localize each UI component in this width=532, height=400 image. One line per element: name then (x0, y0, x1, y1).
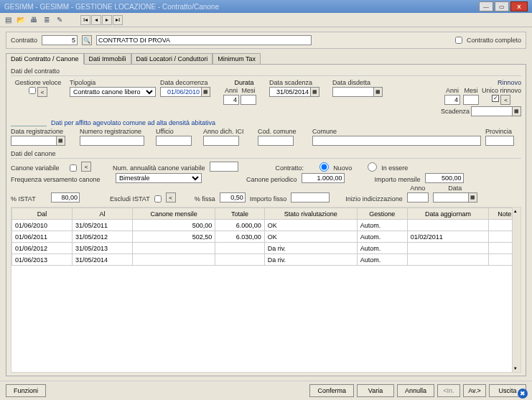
canone-variabile-checkbox[interactable] (70, 164, 77, 172)
table-cell: Autom. (357, 231, 407, 243)
num-annualita-input[interactable] (210, 162, 238, 172)
minimize-button[interactable]: — (479, 1, 493, 11)
fissa-input[interactable] (220, 192, 246, 203)
nav-last[interactable]: ▸I (113, 15, 123, 25)
inessere-label: In essere (381, 164, 408, 172)
cod-comune-label: Cod. comune (258, 128, 308, 135)
rinnovo-scadenza-input[interactable] (471, 106, 513, 116)
funzioni-button[interactable]: Funzioni (6, 384, 46, 397)
istat-input[interactable] (51, 192, 80, 203)
table-header[interactable]: Totale (215, 208, 264, 220)
disdetta-input[interactable] (332, 87, 374, 97)
ufficio-input[interactable] (156, 136, 192, 146)
new-icon[interactable]: ▤ (3, 15, 13, 25)
decorrenza-input[interactable] (160, 87, 202, 97)
search-icon[interactable]: 🔍 (82, 35, 92, 45)
table-cell: Da riv. (264, 254, 357, 266)
varia-button[interactable]: Varia (357, 384, 394, 397)
gestione-veloce-checkbox[interactable] (29, 87, 36, 94)
table-row[interactable]: 01/06/201331/05/2014Da riv.Autom. (12, 254, 521, 266)
table-cell (407, 243, 489, 254)
numero-registrazione-input[interactable] (80, 136, 144, 146)
nav-first[interactable]: I◂ (80, 15, 90, 25)
nuovo-label: Nuovo (333, 164, 352, 172)
table-header[interactable]: Gestione (357, 208, 407, 220)
comune-input[interactable] (312, 136, 481, 146)
inessere-radio[interactable] (368, 162, 377, 172)
rinnovo-anni-input[interactable] (444, 95, 460, 105)
table-header[interactable]: Canone mensile (133, 208, 215, 220)
anno-ici-input[interactable] (203, 136, 239, 146)
dati-contratto-heading: Dati del contratto (11, 68, 521, 76)
next-button[interactable]: Av.> (463, 384, 486, 397)
gestione-veloce-label: Gestione veloce (11, 79, 65, 86)
scadenza-input[interactable] (269, 87, 311, 97)
calendar-icon[interactable]: ▦ (513, 106, 521, 116)
calendar-icon[interactable]: ▦ (469, 192, 477, 203)
scrollbar[interactable] (512, 208, 521, 372)
disdetta-label: Data disdetta (332, 79, 391, 86)
calendar-icon[interactable]: ▦ (57, 136, 65, 146)
table-header[interactable]: Dal (12, 208, 73, 220)
inizio-anno-input[interactable] (407, 192, 429, 203)
calendar-icon[interactable]: ▦ (311, 87, 319, 97)
table-cell: Autom. (357, 254, 407, 266)
table-cell: 01/06/2012 (12, 243, 73, 254)
open-icon[interactable]: 📂 (16, 15, 26, 25)
contratto-desc-input[interactable] (96, 35, 312, 45)
rinnovo-lt-button[interactable]: < (500, 95, 510, 105)
affitto-agevolato-link[interactable]: Dati per affitto agevolato comune ad alt… (51, 119, 215, 126)
calendar-icon[interactable]: ▦ (374, 87, 383, 97)
nav-next[interactable]: ▸ (102, 15, 112, 25)
table-header[interactable]: Al (73, 208, 133, 220)
annulla-button[interactable]: Annulla (397, 384, 434, 397)
tool-icon[interactable]: ✎ (55, 15, 65, 25)
gestione-lt-button[interactable]: < (37, 87, 47, 97)
tipologia-select[interactable]: Contratto canone libero (70, 87, 156, 97)
cod-comune-input[interactable] (258, 136, 294, 146)
unico-rinnovo-checkbox[interactable]: ✓ (492, 95, 499, 102)
table-cell: Da riv. (264, 243, 357, 254)
canone-table: DalAlCanone mensileTotaleStato rivalutaz… (11, 207, 521, 373)
contratto-number-input[interactable] (42, 35, 78, 45)
table-row[interactable]: 01/06/201131/05/2012502,506.030,00OKAuto… (12, 231, 521, 243)
tab-dati-locatori[interactable]: Dati Locatori / Conduttori (131, 53, 213, 65)
contratto-completo-checkbox[interactable] (455, 37, 462, 44)
escludi-lt-button[interactable]: < (166, 192, 176, 203)
data-registrazione-input[interactable] (11, 136, 57, 146)
anno-ici-label: Anno dich. ICI (203, 128, 253, 135)
tab-dati-immobili[interactable]: Dati Immobili (84, 53, 131, 65)
close-button[interactable]: X (510, 1, 528, 11)
print-icon[interactable]: 🖶 (29, 15, 39, 25)
prev-button[interactable]: <In. (437, 384, 460, 397)
table-header[interactable]: Data aggiornam (407, 208, 489, 220)
table-cell: 01/06/2011 (12, 231, 73, 243)
durata-label: Durata (223, 79, 265, 86)
table-cell: 502,50 (133, 231, 215, 243)
calendar-icon[interactable]: ▦ (202, 87, 210, 97)
conferma-button[interactable]: Conferma (309, 384, 354, 397)
nuovo-radio[interactable] (319, 162, 329, 172)
canone-periodico-input[interactable] (302, 173, 345, 183)
nav-prev[interactable]: ◂ (91, 15, 101, 25)
table-cell (407, 254, 489, 266)
inizio-data-input[interactable] (433, 192, 469, 203)
importo-mensile-input[interactable] (425, 173, 464, 183)
canone-lt-button[interactable]: < (81, 162, 91, 172)
rinnovo-scadenza-label: Scadenza (441, 108, 470, 115)
table-header[interactable]: Stato rivalutazione (264, 208, 357, 220)
list-icon[interactable]: ≣ (42, 15, 52, 25)
table-row[interactable]: 01/06/201031/05/2011500,006.000,00OKAuto… (12, 220, 521, 231)
provincia-input[interactable] (485, 136, 514, 146)
maximize-button[interactable]: ▭ (495, 1, 509, 11)
table-row[interactable]: 01/06/201231/05/2013Da riv.Autom. (12, 243, 521, 254)
escludi-istat-checkbox[interactable] (154, 195, 162, 203)
tab-minimum-tax[interactable]: Minimum Tax (213, 53, 261, 65)
frequenza-select[interactable]: Bimestrale (116, 173, 202, 183)
tab-dati-contratto[interactable]: Dati Contratto / Canone (6, 53, 84, 65)
rinnovo-mesi-input[interactable] (463, 95, 479, 105)
importo-mensile-label: Importo mensile (375, 176, 421, 183)
importo-fisso-input[interactable] (291, 192, 330, 203)
anni-input[interactable] (223, 95, 239, 105)
mesi-input[interactable] (241, 95, 256, 105)
